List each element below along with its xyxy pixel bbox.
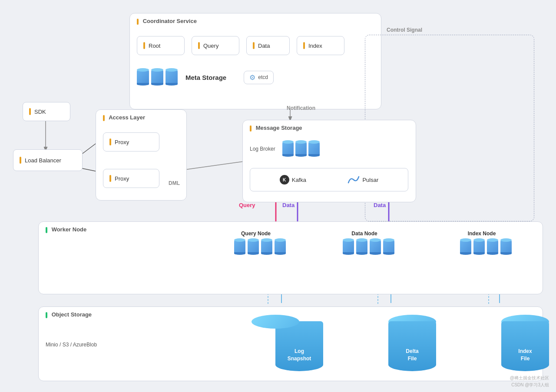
proxy1-box: Proxy — [103, 132, 159, 152]
watermark: @稀土掘金技术社区 CSDN @学习3人组 — [510, 375, 549, 389]
proxy2-bar — [109, 175, 111, 182]
kafka-pulsar-box: K Kafka Pulsar — [250, 168, 408, 191]
delta-file-body: DeltaFile — [388, 321, 436, 371]
sdk-label: SDK — [34, 109, 46, 115]
delta-file-db: DeltaFile — [386, 315, 438, 371]
kafka-label: Kafka — [292, 177, 306, 183]
dn-db3 — [370, 240, 381, 254]
data-coord-box: Data — [246, 36, 290, 55]
meta-storage-label: Meta Storage — [185, 74, 226, 81]
data-coord-label: Data — [258, 43, 270, 49]
watermark-line1: @稀土掘金技术社区 — [510, 375, 549, 382]
lb-db1 — [282, 142, 294, 156]
kafka-item: K Kafka — [280, 175, 306, 184]
proxy1-label: Proxy — [115, 139, 129, 145]
proxy2-box: Proxy — [103, 169, 159, 188]
message-storage-box: Message Storage Log Broker K Kafka — [242, 120, 416, 202]
in-db1 — [460, 240, 471, 254]
data-node-dbs — [343, 240, 394, 254]
log-broker-row: Log Broker — [250, 142, 320, 156]
qn-db2 — [248, 240, 259, 254]
index-coord-box: Index — [297, 36, 344, 55]
data-node-label: Data Node — [343, 231, 386, 237]
db2 — [151, 70, 163, 85]
index-coord-label: Index — [308, 43, 322, 49]
message-storage-label: Message Storage — [250, 125, 302, 132]
etcd-gear-icon: ⚙ — [249, 73, 255, 82]
kafka-icon: K — [280, 175, 289, 184]
control-signal-label: Control Signal — [387, 27, 422, 33]
index-file-db: IndexFile — [499, 315, 551, 371]
object-storage-label: Object Storage — [46, 311, 92, 318]
worker-node-box: Worker Node Query Node Data Node I — [38, 221, 543, 294]
root-label: Root — [149, 43, 160, 49]
log-snapshot-top — [252, 315, 299, 329]
query-node-group: Query Node — [234, 231, 286, 254]
in-db2 — [473, 240, 485, 254]
lb-db2 — [295, 142, 307, 156]
pulsar-label: Pulsar — [362, 177, 378, 183]
data-arrow-label2: Data — [374, 202, 386, 208]
sdk-box: SDK — [23, 102, 70, 121]
qn-db1 — [234, 240, 245, 254]
coordinator-box: Coordinator Service Root Query Data Inde… — [129, 13, 381, 109]
notification-label: Notification — [287, 105, 315, 111]
query-coord-box: Query — [192, 36, 239, 55]
data-node-group: Data Node — [343, 231, 394, 254]
proxy2-label: Proxy — [115, 175, 129, 182]
query-coord-bar — [198, 42, 200, 49]
dml-label: DML — [169, 180, 180, 186]
worker-node-label: Worker Node — [46, 226, 86, 233]
watermark-line2: CSDN @学习3人组 — [510, 382, 549, 389]
log-snapshot-db: LogSnapshot — [273, 315, 325, 371]
in-db4 — [500, 240, 512, 254]
index-node-group: Index Node — [460, 231, 512, 254]
data-arrow-label1: Data — [282, 202, 295, 208]
lb-db3 — [308, 142, 320, 156]
access-layer-box: Access Layer Proxy Proxy — [96, 109, 187, 201]
access-layer-label: Access Layer — [103, 114, 145, 121]
log-snapshot-body: LogSnapshot — [275, 321, 323, 371]
index-file-body: IndexFile — [501, 321, 549, 371]
data-coord-bar — [253, 42, 255, 49]
object-storage-subtitle: Minio / S3 / AzureBlob — [46, 342, 97, 348]
index-node-dbs — [460, 240, 512, 254]
sdk-bar — [29, 108, 31, 115]
index-node-label: Index Node — [460, 231, 503, 237]
log-snapshot-label: LogSnapshot — [275, 348, 323, 362]
root-box: Root — [137, 36, 185, 55]
msg-storage-bar — [250, 125, 252, 132]
lb-label: Load Balancer — [25, 157, 61, 164]
delta-file-label: DeltaFile — [388, 348, 436, 362]
proxy1-bar — [109, 138, 111, 145]
meta-storage-dbs — [137, 70, 178, 85]
diagram-container: SDK Load Balancer Access Layer Proxy Pro… — [0, 0, 556, 392]
in-db3 — [487, 240, 498, 254]
query-node-label: Query Node — [234, 231, 278, 237]
root-bar — [143, 42, 145, 49]
access-layer-bar — [103, 115, 105, 121]
object-storage-box: Object Storage Minio / S3 / AzureBlob Lo… — [38, 306, 543, 381]
index-file-label: IndexFile — [501, 348, 549, 362]
query-coord-label: Query — [203, 43, 218, 49]
dn-db2 — [356, 240, 367, 254]
etcd-badge: ⚙ etcd — [244, 71, 274, 84]
dn-db4 — [383, 240, 394, 254]
coord-bar — [137, 19, 139, 25]
index-coord-bar — [303, 42, 305, 49]
dn-db1 — [343, 240, 354, 254]
query-node-dbs — [234, 240, 286, 254]
load-balancer-box: Load Balancer — [13, 149, 83, 171]
etcd-label: etcd — [258, 74, 268, 80]
coordinator-label: Coordinator Service — [137, 18, 197, 25]
log-broker-dbs — [282, 142, 320, 156]
query-arrow-label: Query — [239, 202, 255, 208]
worker-bar — [46, 227, 47, 233]
pulsar-item: Pulsar — [348, 175, 378, 184]
lb-bar — [20, 157, 21, 164]
db3 — [165, 70, 178, 85]
pulsar-icon — [348, 175, 360, 184]
obj-storage-bar — [46, 312, 47, 318]
qn-db3 — [261, 240, 272, 254]
db1 — [137, 70, 149, 85]
